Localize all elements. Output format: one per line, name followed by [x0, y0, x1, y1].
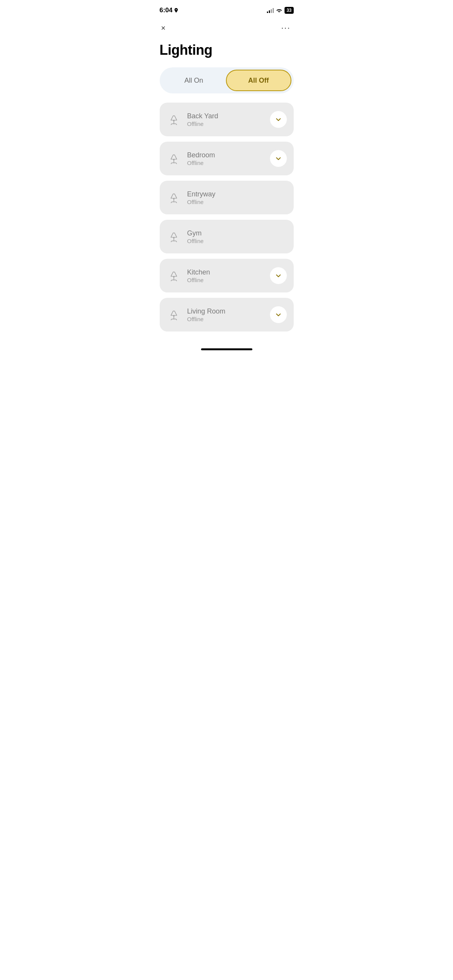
- room-left: Back Yard Offline: [167, 112, 218, 127]
- signal-icon: [267, 8, 274, 13]
- room-name: Gym: [187, 229, 204, 238]
- svg-line-28: [171, 319, 172, 320]
- room-info: Living Room Offline: [187, 307, 226, 322]
- room-status: Offline: [187, 316, 226, 322]
- room-item[interactable]: Bedroom Offline: [160, 142, 294, 175]
- lamp-icon: [167, 112, 181, 127]
- time-display: 6:04: [160, 7, 173, 14]
- top-navigation: × ···: [152, 18, 301, 39]
- svg-rect-25: [173, 315, 174, 317]
- lamp-icon: [167, 268, 181, 283]
- lamp-icon: [167, 307, 181, 322]
- room-status: Offline: [187, 277, 210, 283]
- page-title: Lighting: [152, 39, 301, 67]
- room-name: Living Room: [187, 307, 226, 316]
- room-left: Living Room Offline: [167, 307, 226, 322]
- room-name: Back Yard: [187, 112, 218, 121]
- close-button[interactable]: ×: [160, 23, 167, 33]
- room-status: Offline: [187, 238, 204, 244]
- svg-line-23: [171, 280, 172, 281]
- svg-line-8: [171, 163, 172, 164]
- chevron-down-icon: [275, 155, 282, 162]
- room-status: Offline: [187, 199, 216, 205]
- all-off-button[interactable]: All Off: [226, 70, 291, 91]
- more-options-button[interactable]: ···: [278, 21, 293, 34]
- room-info: Kitchen Offline: [187, 268, 210, 283]
- room-item[interactable]: Back Yard Offline: [160, 103, 294, 136]
- svg-line-14: [176, 202, 177, 203]
- svg-rect-15: [173, 237, 174, 238]
- svg-line-19: [176, 241, 177, 242]
- room-info: Bedroom Offline: [187, 151, 215, 166]
- expand-button[interactable]: [270, 111, 287, 128]
- room-left: Kitchen Offline: [167, 268, 210, 283]
- svg-line-9: [176, 163, 177, 164]
- room-item[interactable]: Gym Offline: [160, 220, 294, 253]
- room-info: Entryway Offline: [187, 190, 216, 205]
- status-time: 6:04: [160, 7, 178, 14]
- lamp-icon: [167, 190, 181, 205]
- room-name: Kitchen: [187, 268, 210, 277]
- svg-rect-10: [173, 198, 174, 199]
- wifi-icon: [276, 8, 282, 13]
- chevron-down-icon: [275, 116, 282, 123]
- lamp-icon: [167, 151, 181, 166]
- room-info: Gym Offline: [187, 229, 204, 244]
- room-item[interactable]: Living Room Offline: [160, 298, 294, 332]
- room-list: Back Yard Offline: [152, 103, 301, 332]
- svg-line-18: [171, 241, 172, 242]
- svg-rect-5: [173, 159, 174, 160]
- status-bar: 6:04 33: [152, 0, 301, 18]
- svg-line-29: [176, 319, 177, 320]
- room-info: Back Yard Offline: [187, 112, 218, 127]
- svg-line-4: [176, 124, 177, 125]
- chevron-down-icon: [275, 311, 282, 318]
- room-status: Offline: [187, 160, 215, 166]
- room-name: Bedroom: [187, 151, 215, 160]
- svg-line-24: [176, 280, 177, 281]
- all-toggle-row: All On All Off: [160, 67, 294, 93]
- room-left: Bedroom Offline: [167, 151, 215, 166]
- svg-line-13: [171, 202, 172, 203]
- room-status: Offline: [187, 121, 218, 127]
- room-item[interactable]: Entryway Offline: [160, 181, 294, 214]
- expand-button[interactable]: [270, 306, 287, 323]
- lamp-icon: [167, 229, 181, 244]
- room-left: Entryway Offline: [167, 190, 216, 205]
- room-left: Gym Offline: [167, 229, 204, 244]
- home-indicator-bar: [201, 348, 252, 350]
- expand-button[interactable]: [270, 150, 287, 167]
- chevron-down-icon: [275, 272, 282, 279]
- svg-rect-20: [173, 276, 174, 278]
- svg-line-3: [171, 124, 172, 125]
- battery-level: 33: [286, 8, 291, 13]
- room-item[interactable]: Kitchen Offline: [160, 259, 294, 292]
- location-icon: [174, 8, 178, 13]
- svg-rect-0: [173, 120, 174, 121]
- expand-button[interactable]: [270, 267, 287, 284]
- battery-icon: 33: [285, 7, 293, 14]
- room-name: Entryway: [187, 190, 216, 199]
- all-on-button[interactable]: All On: [162, 70, 226, 91]
- status-right-icons: 33: [267, 7, 293, 14]
- home-indicator: [152, 339, 301, 355]
